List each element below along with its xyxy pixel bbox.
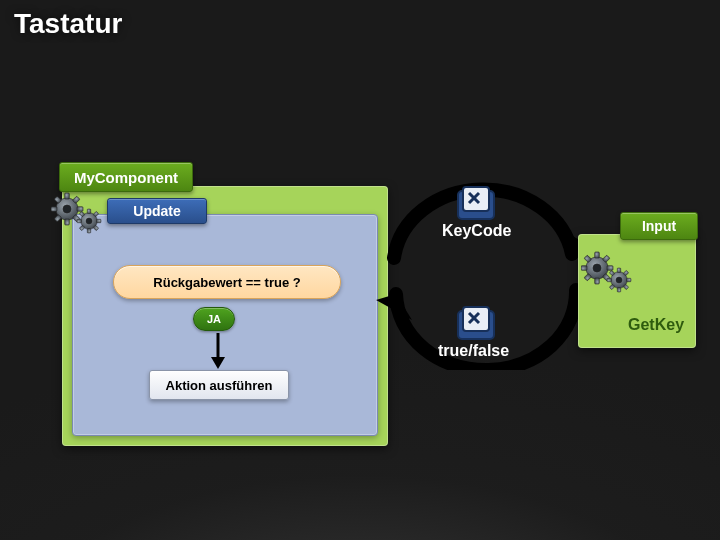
- arrow-down-icon: [211, 333, 225, 369]
- gears-icon: [581, 250, 637, 298]
- svg-point-2: [63, 205, 71, 213]
- flow-param-label: KeyCode: [442, 222, 511, 240]
- decision-pill: Rückgabewert == true ?: [113, 265, 341, 299]
- flow-result-label: true/false: [438, 342, 509, 360]
- input-panel: Input: [578, 234, 696, 348]
- page-title: Tastatur: [14, 8, 122, 40]
- keycap-icon: [456, 183, 496, 221]
- input-tag: Input: [620, 212, 698, 240]
- svg-rect-18: [595, 252, 600, 258]
- svg-point-4: [86, 218, 92, 224]
- svg-point-21: [616, 277, 622, 283]
- svg-point-19: [593, 264, 601, 272]
- svg-marker-6: [211, 357, 225, 369]
- getkey-label: GetKey: [628, 316, 684, 334]
- update-box: Update: [72, 214, 378, 436]
- action-box: Aktion ausführen: [149, 370, 289, 400]
- gears-icon: [51, 191, 107, 239]
- mycomponent-tag: MyComponent: [59, 162, 193, 192]
- mycomponent-panel: MyComponent Update: [62, 186, 388, 446]
- keycap-icon: [456, 303, 496, 341]
- svg-rect-1: [65, 193, 70, 199]
- update-tag: Update: [107, 198, 207, 224]
- decision-yes: JA: [193, 307, 235, 331]
